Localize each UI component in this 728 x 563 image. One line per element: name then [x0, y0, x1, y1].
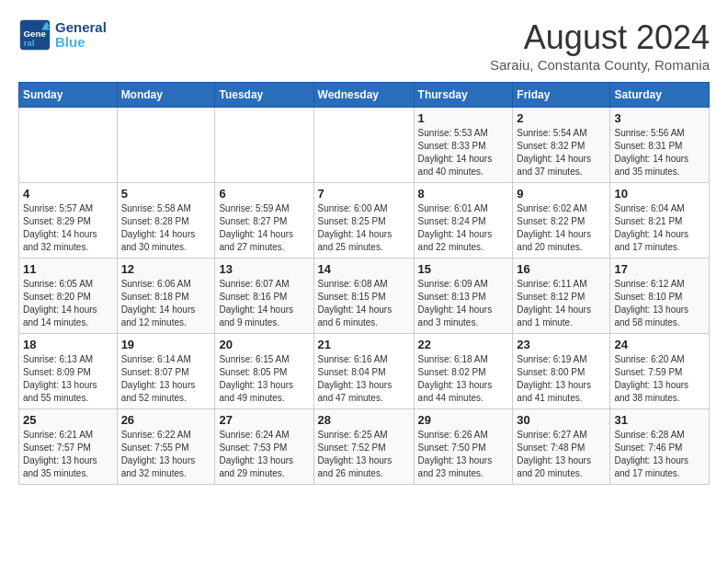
day-number: 19: [121, 338, 211, 351]
calendar-cell: 17Sunrise: 6:12 AM Sunset: 8:10 PM Dayli…: [610, 259, 710, 334]
day-number: 17: [614, 262, 705, 276]
day-info: Sunrise: 6:08 AM Sunset: 8:15 PM Dayligh…: [318, 278, 410, 329]
day-number: 8: [418, 187, 509, 201]
calendar-cell: 30Sunrise: 6:27 AM Sunset: 7:48 PM Dayli…: [513, 409, 610, 485]
location-subtitle: Saraiu, Constanta County, Romania: [490, 57, 710, 73]
day-info: Sunrise: 6:18 AM Sunset: 8:02 PM Dayligh…: [418, 353, 509, 405]
day-info: Sunrise: 6:15 AM Sunset: 8:05 PM Dayligh…: [219, 353, 309, 405]
day-number: 13: [219, 262, 309, 276]
title-block: August 2024 Saraiu, Constanta County, Ro…: [490, 18, 710, 73]
day-number: 31: [614, 413, 705, 427]
calendar-header-saturday: Saturday: [610, 83, 710, 108]
day-number: 21: [318, 338, 410, 351]
day-info: Sunrise: 5:53 AM Sunset: 8:33 PM Dayligh…: [418, 127, 509, 178]
calendar-cell: 21Sunrise: 6:16 AM Sunset: 8:04 PM Dayli…: [313, 334, 414, 409]
calendar-header-monday: Monday: [117, 83, 215, 108]
day-number: 24: [614, 338, 705, 351]
day-info: Sunrise: 6:01 AM Sunset: 8:24 PM Dayligh…: [418, 202, 509, 254]
calendar-cell: 6Sunrise: 5:59 AM Sunset: 8:27 PM Daylig…: [215, 183, 313, 259]
logo-general: General: [55, 20, 107, 36]
calendar-cell: 4Sunrise: 5:57 AM Sunset: 8:29 PM Daylig…: [19, 183, 118, 259]
day-number: 11: [23, 262, 113, 276]
day-info: Sunrise: 6:13 AM Sunset: 8:09 PM Dayligh…: [23, 353, 113, 405]
calendar-cell: 5Sunrise: 5:58 AM Sunset: 8:28 PM Daylig…: [117, 183, 215, 259]
day-number: 10: [614, 187, 705, 201]
day-info: Sunrise: 6:14 AM Sunset: 8:07 PM Dayligh…: [121, 353, 211, 405]
calendar-cell: 9Sunrise: 6:02 AM Sunset: 8:22 PM Daylig…: [513, 183, 610, 259]
calendar-cell: 19Sunrise: 6:14 AM Sunset: 8:07 PM Dayli…: [117, 334, 215, 409]
calendar-cell: 11Sunrise: 6:05 AM Sunset: 8:20 PM Dayli…: [19, 259, 118, 334]
calendar-cell: 1Sunrise: 5:53 AM Sunset: 8:33 PM Daylig…: [414, 108, 513, 183]
day-info: Sunrise: 6:06 AM Sunset: 8:18 PM Dayligh…: [121, 278, 211, 329]
day-number: 4: [23, 187, 113, 201]
logo-text-block: General Blue: [55, 20, 107, 51]
day-number: 12: [121, 262, 211, 276]
day-info: Sunrise: 6:11 AM Sunset: 8:12 PM Dayligh…: [517, 278, 606, 329]
calendar-header-sunday: Sunday: [19, 83, 118, 108]
day-info: Sunrise: 6:24 AM Sunset: 7:53 PM Dayligh…: [219, 429, 309, 480]
day-number: 15: [418, 262, 509, 276]
calendar-header-friday: Friday: [513, 83, 610, 108]
calendar-header-thursday: Thursday: [414, 83, 513, 108]
calendar-cell: 14Sunrise: 6:08 AM Sunset: 8:15 PM Dayli…: [313, 259, 414, 334]
calendar-cell: [215, 108, 313, 183]
day-number: 9: [517, 187, 606, 201]
day-number: 28: [318, 413, 410, 427]
day-number: 29: [418, 413, 509, 427]
calendar-cell: 27Sunrise: 6:24 AM Sunset: 7:53 PM Dayli…: [215, 409, 313, 485]
day-number: 22: [418, 338, 509, 351]
calendar-cell: 13Sunrise: 6:07 AM Sunset: 8:16 PM Dayli…: [215, 259, 313, 334]
day-number: 25: [23, 413, 113, 427]
day-number: 14: [318, 262, 410, 276]
day-number: 26: [121, 413, 211, 427]
calendar-cell: 18Sunrise: 6:13 AM Sunset: 8:09 PM Dayli…: [19, 334, 118, 409]
day-number: 5: [121, 187, 211, 201]
day-number: 6: [219, 187, 309, 201]
day-info: Sunrise: 6:05 AM Sunset: 8:20 PM Dayligh…: [23, 278, 113, 329]
day-number: 20: [219, 338, 309, 351]
day-info: Sunrise: 6:21 AM Sunset: 7:57 PM Dayligh…: [23, 429, 113, 480]
day-number: 16: [517, 262, 606, 276]
calendar-cell: 24Sunrise: 6:20 AM Sunset: 7:59 PM Dayli…: [610, 334, 710, 409]
calendar-cell: 8Sunrise: 6:01 AM Sunset: 8:24 PM Daylig…: [414, 183, 513, 259]
day-info: Sunrise: 5:57 AM Sunset: 8:29 PM Dayligh…: [23, 202, 113, 254]
logo-icon: Gene ral: [18, 18, 51, 52]
calendar-cell: 28Sunrise: 6:25 AM Sunset: 7:52 PM Dayli…: [313, 409, 414, 485]
day-info: Sunrise: 6:16 AM Sunset: 8:04 PM Dayligh…: [318, 353, 410, 405]
calendar-header-wednesday: Wednesday: [313, 83, 414, 108]
calendar-week-row: 1Sunrise: 5:53 AM Sunset: 8:33 PM Daylig…: [19, 108, 710, 183]
calendar-cell: 26Sunrise: 6:22 AM Sunset: 7:55 PM Dayli…: [117, 409, 215, 485]
calendar-cell: 29Sunrise: 6:26 AM Sunset: 7:50 PM Dayli…: [414, 409, 513, 485]
calendar-cell: 22Sunrise: 6:18 AM Sunset: 8:02 PM Dayli…: [414, 334, 513, 409]
calendar-week-row: 11Sunrise: 6:05 AM Sunset: 8:20 PM Dayli…: [19, 259, 710, 334]
day-info: Sunrise: 6:00 AM Sunset: 8:25 PM Dayligh…: [318, 202, 410, 254]
calendar-cell: 10Sunrise: 6:04 AM Sunset: 8:21 PM Dayli…: [610, 183, 710, 259]
calendar-cell: [19, 108, 118, 183]
day-number: 7: [318, 187, 410, 201]
day-info: Sunrise: 6:04 AM Sunset: 8:21 PM Dayligh…: [614, 202, 705, 254]
day-info: Sunrise: 5:58 AM Sunset: 8:28 PM Dayligh…: [121, 202, 211, 254]
calendar-cell: 7Sunrise: 6:00 AM Sunset: 8:25 PM Daylig…: [313, 183, 414, 259]
day-info: Sunrise: 5:54 AM Sunset: 8:32 PM Dayligh…: [517, 127, 606, 178]
logo-blue: Blue: [55, 35, 107, 51]
day-number: 30: [517, 413, 606, 427]
calendar-cell: 25Sunrise: 6:21 AM Sunset: 7:57 PM Dayli…: [19, 409, 118, 485]
calendar-cell: 12Sunrise: 6:06 AM Sunset: 8:18 PM Dayli…: [117, 259, 215, 334]
logo: Gene ral General Blue: [18, 18, 107, 52]
day-info: Sunrise: 6:26 AM Sunset: 7:50 PM Dayligh…: [418, 429, 509, 480]
calendar-header-tuesday: Tuesday: [215, 83, 313, 108]
calendar-cell: 3Sunrise: 5:56 AM Sunset: 8:31 PM Daylig…: [610, 108, 710, 183]
calendar-cell: [313, 108, 414, 183]
calendar-cell: [117, 108, 215, 183]
day-number: 23: [517, 338, 606, 351]
calendar-header-row: SundayMondayTuesdayWednesdayThursdayFrid…: [19, 83, 710, 108]
day-info: Sunrise: 5:59 AM Sunset: 8:27 PM Dayligh…: [219, 202, 309, 254]
day-info: Sunrise: 6:28 AM Sunset: 7:46 PM Dayligh…: [614, 429, 705, 480]
calendar-cell: 15Sunrise: 6:09 AM Sunset: 8:13 PM Dayli…: [414, 259, 513, 334]
calendar-cell: 23Sunrise: 6:19 AM Sunset: 8:00 PM Dayli…: [513, 334, 610, 409]
day-info: Sunrise: 6:07 AM Sunset: 8:16 PM Dayligh…: [219, 278, 309, 329]
calendar-week-row: 25Sunrise: 6:21 AM Sunset: 7:57 PM Dayli…: [19, 409, 710, 485]
calendar-cell: 16Sunrise: 6:11 AM Sunset: 8:12 PM Dayli…: [513, 259, 610, 334]
day-info: Sunrise: 6:02 AM Sunset: 8:22 PM Dayligh…: [517, 202, 606, 254]
day-info: Sunrise: 6:22 AM Sunset: 7:55 PM Dayligh…: [121, 429, 211, 480]
